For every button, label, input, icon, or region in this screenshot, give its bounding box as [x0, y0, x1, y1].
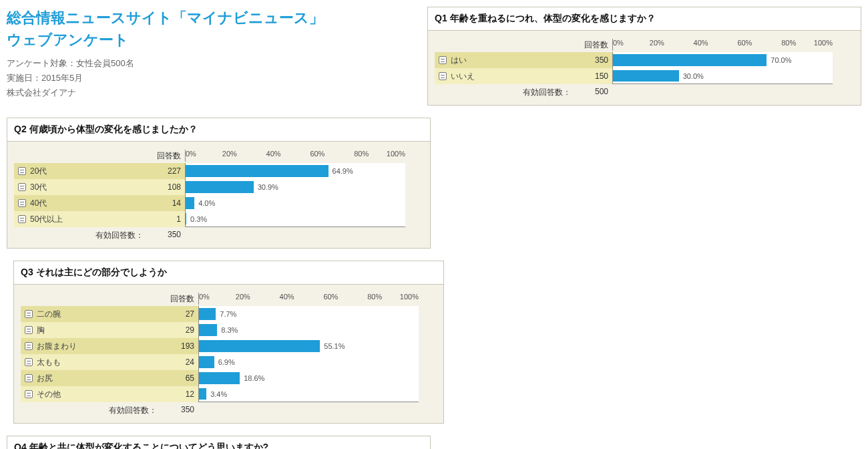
- bar-value-label: 7.7%: [220, 310, 236, 318]
- panel-q2: Q2 何歳頃から体型の変化を感じましたか？回答数0%20%40%60%80%10…: [7, 118, 431, 249]
- chart-row: 40代144.0%: [14, 195, 423, 211]
- list-icon: [18, 215, 26, 223]
- bar: [186, 165, 329, 177]
- count-header: 回答数: [575, 39, 612, 51]
- valid-n-label: 有効回答数：: [14, 230, 148, 241]
- axis-tick: 20%: [222, 150, 237, 158]
- bar: [186, 181, 254, 193]
- count-value: 108: [148, 179, 185, 195]
- category-label: いいえ: [451, 71, 475, 82]
- valid-n-value: 350: [148, 230, 185, 241]
- list-icon: [25, 342, 33, 350]
- count-value: 1: [148, 211, 185, 227]
- chart-row: 胸298.3%: [21, 322, 437, 338]
- count-value: 65: [161, 370, 198, 386]
- list-icon: [25, 374, 33, 382]
- list-icon: [25, 326, 33, 334]
- bar-value-label: 55.1%: [324, 342, 345, 350]
- valid-n-value: 350: [161, 405, 198, 416]
- axis-tick: 60%: [737, 39, 752, 47]
- category-label: 二の腕: [37, 309, 61, 320]
- panel-q3: Q3 それは主にどの部分でしようか回答数0%20%40%60%80%100%二の…: [13, 261, 444, 424]
- chart-row: 30代10830.9%: [14, 179, 423, 195]
- axis-tick: 60%: [310, 150, 324, 158]
- axis-tick: 20%: [236, 293, 250, 301]
- intro-block: 総合情報ニュースサイト「マイナビニュース」 ウェブアンケート アンケート対象：女…: [7, 7, 421, 100]
- list-icon: [25, 390, 33, 398]
- bar: [186, 197, 194, 209]
- axis-tick: 100%: [400, 293, 419, 301]
- category-label: その他: [37, 389, 61, 400]
- count-header: 回答数: [148, 150, 185, 162]
- chart-row: お尻6518.6%: [21, 370, 437, 386]
- chart-row: 二の腕277.7%: [21, 306, 437, 322]
- axis-tick: 0%: [199, 293, 210, 301]
- axis-tick: 80%: [367, 293, 382, 301]
- count-value: 27: [161, 306, 198, 322]
- count-value: 227: [148, 163, 185, 179]
- axis-tick: 60%: [323, 293, 338, 301]
- axis-tick: 40%: [694, 39, 708, 47]
- category-label: はい: [451, 55, 467, 66]
- bar: [199, 340, 320, 352]
- list-icon: [18, 183, 26, 191]
- meta-date: 実施日：2015年5月: [7, 71, 421, 86]
- axis: 0%20%40%60%80%100%: [185, 150, 405, 162]
- category-label: 20代: [30, 166, 47, 177]
- count-value: 193: [161, 338, 198, 354]
- list-icon: [18, 167, 26, 175]
- question-title: Q3 それは主にどの部分でしようか: [14, 261, 443, 285]
- axis-tick: 40%: [266, 150, 281, 158]
- bar-value-label: 64.9%: [333, 167, 353, 175]
- bar-value-label: 30.0%: [683, 72, 704, 80]
- question-title: Q1 年齢を重ねるにつれ、体型の変化を感じますか？: [428, 7, 861, 31]
- panel-q1: Q1 年齢を重ねるにつれ、体型の変化を感じますか？回答数0%20%40%60%8…: [427, 7, 861, 106]
- category-label: 胸: [37, 325, 45, 336]
- count-value: 14: [148, 195, 185, 211]
- category-label: 30代: [30, 182, 47, 193]
- list-icon: [18, 199, 26, 207]
- axis: 0%20%40%60%80%100%: [612, 39, 833, 51]
- question-title: Q4 年齢と共に体型が変化することについてどう思いますか?: [7, 436, 430, 449]
- count-value: 29: [161, 322, 198, 338]
- category-label: 40代: [30, 198, 47, 209]
- axis-tick: 20%: [650, 39, 664, 47]
- bar-value-label: 4.0%: [198, 199, 215, 207]
- category-label: 太もも: [37, 357, 61, 368]
- chart-row: その他123.4%: [21, 386, 437, 402]
- page-title: 総合情報ニュースサイト「マイナビニュース」 ウェブアンケート: [7, 7, 421, 51]
- bar-value-label: 3.4%: [210, 390, 227, 398]
- count-value: 150: [575, 68, 612, 84]
- bar: [199, 372, 240, 384]
- valid-n-label: 有効回答数：: [21, 405, 161, 416]
- category-label: お尻: [37, 373, 53, 384]
- valid-n-label: 有効回答数：: [435, 87, 575, 98]
- count-value: 350: [575, 52, 612, 68]
- chart-row: お腹まわり19355.1%: [21, 338, 437, 354]
- chart-row: 50代以上10.3%: [14, 211, 423, 227]
- chart-row: 太もも246.9%: [21, 354, 437, 370]
- bar: [199, 388, 206, 400]
- chart-row: いいえ15030.0%: [435, 68, 854, 84]
- bar: [199, 356, 214, 368]
- bar-value-label: 0.3%: [190, 215, 207, 223]
- bar: [613, 54, 767, 66]
- count-header: 回答数: [161, 293, 198, 305]
- bar-value-label: 18.6%: [244, 374, 264, 382]
- list-icon: [439, 72, 447, 80]
- bar: [186, 213, 186, 224]
- axis: 0%20%40%60%80%100%: [198, 293, 419, 305]
- meta-company: 株式会社ダイアナ: [7, 86, 421, 100]
- bar-value-label: 30.9%: [258, 183, 278, 191]
- valid-n-value: 500: [575, 87, 612, 98]
- meta-target: アンケート対象：女性会員500名: [7, 56, 421, 71]
- axis-tick: 40%: [280, 293, 294, 301]
- chart-row: はい35070.0%: [435, 52, 854, 68]
- axis-tick: 80%: [781, 39, 796, 47]
- list-icon: [25, 358, 33, 366]
- title-line1: 総合情報ニュースサイト「マイナビニュース」: [7, 9, 324, 26]
- axis-tick: 0%: [613, 39, 624, 47]
- axis-tick: 80%: [354, 150, 369, 158]
- category-label: お腹まわり: [37, 341, 77, 352]
- axis-tick: 0%: [186, 150, 196, 158]
